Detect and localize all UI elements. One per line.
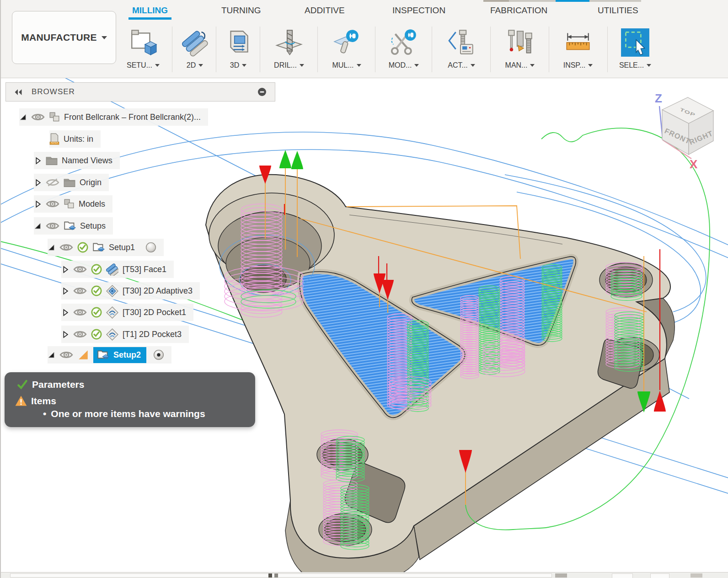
- group-inspect-button[interactable]: INSP...: [551, 23, 605, 70]
- units-document-icon: [49, 133, 59, 145]
- 2d-milling-icon: [177, 23, 213, 58]
- status-ok-icon: [77, 242, 88, 253]
- setup-folder-icon: [92, 242, 105, 253]
- collapse-panel-icon[interactable]: [13, 88, 23, 96]
- group-multi-axis-button[interactable]: MUL...: [321, 23, 372, 70]
- stock-sphere-icon[interactable]: [145, 242, 156, 253]
- tree-item-label: Setup2: [113, 350, 141, 360]
- visibility-eye-icon[interactable]: [31, 112, 45, 122]
- tree-item-label: Front Bellcrank – Front Bellcrank(2)...: [64, 112, 201, 122]
- window-tab-strip-seg: [483, 0, 509, 2]
- visibility-eye-icon[interactable]: [73, 308, 87, 317]
- z-axis-label: Z: [655, 91, 662, 105]
- collapsed-triangle-icon[interactable]: [34, 200, 42, 208]
- collapsed-triangle-icon[interactable]: [34, 157, 42, 165]
- chevron-down-icon: [357, 64, 361, 67]
- tree-item-label: Origin: [80, 178, 102, 187]
- collapsed-triangle-icon[interactable]: [61, 266, 69, 273]
- pocket-operation-icon: [106, 328, 118, 341]
- group-2d-label: 2D: [187, 61, 196, 70]
- group-actions-button[interactable]: ACT...: [435, 23, 487, 70]
- setup-icon: [118, 23, 169, 58]
- timeline-icon[interactable]: [650, 573, 669, 578]
- chevron-down-icon: [242, 64, 246, 67]
- tree-row-pocket3-operation[interactable]: [T1] 2D Pocket3: [61, 326, 189, 343]
- group-modify-button[interactable]: MOD...: [379, 23, 429, 70]
- timeline-marker: [268, 573, 272, 578]
- timeline-track[interactable]: [10, 573, 552, 578]
- collapse-all-icon[interactable]: [257, 87, 267, 96]
- chevron-down-icon: [530, 64, 535, 67]
- manage-icon: [494, 23, 546, 58]
- setup-folder-icon: [64, 220, 76, 232]
- tab-utilities[interactable]: UTILITIES: [598, 5, 638, 16]
- view-cube[interactable]: TOP FRONT RIGHT Z X: [641, 87, 723, 169]
- active-setup-radio-icon[interactable]: [153, 349, 164, 360]
- expanded-triangle-icon[interactable]: [19, 113, 27, 121]
- group-separator: [490, 27, 491, 72]
- selected-row-highlight[interactable]: Setup2: [93, 347, 146, 363]
- timeline-bar[interactable]: [1, 572, 728, 578]
- visibility-eye-icon[interactable]: [59, 243, 73, 252]
- tab-fabrication[interactable]: FABRICATION: [490, 5, 547, 16]
- tree-row-setup1[interactable]: Setup1: [48, 239, 164, 256]
- tree-row-setup2[interactable]: Setup2: [48, 346, 171, 364]
- group-inspect-label: INSP...: [563, 61, 586, 70]
- tree-item-label: Named Views: [62, 156, 112, 166]
- timeline-icon[interactable]: [555, 573, 567, 578]
- tree-row-origin[interactable]: Origin: [34, 174, 109, 191]
- tree-row-units[interactable]: Units: in: [49, 130, 101, 148]
- visibility-eye-icon[interactable]: [73, 330, 87, 339]
- tree-row-models[interactable]: Models: [34, 195, 112, 213]
- visibility-eye-icon[interactable]: [46, 221, 59, 230]
- window-tab-strip: [1, 0, 728, 2]
- visibility-off-eye-icon[interactable]: [46, 178, 59, 187]
- tab-additive[interactable]: ADDITIVE: [305, 5, 345, 16]
- collapsed-triangle-icon[interactable]: [34, 179, 42, 187]
- tree-row-adaptive3-operation[interactable]: [T30] 2D Adaptive3: [61, 282, 200, 300]
- group-select-label: SELE...: [619, 61, 644, 70]
- timeline-icon[interactable]: [612, 573, 633, 578]
- modify-icon: [379, 23, 429, 58]
- status-ok-icon: [91, 307, 102, 318]
- actions-icon: [435, 23, 487, 58]
- tree-row-named-views[interactable]: Named Views: [34, 152, 120, 169]
- group-select-button[interactable]: SELE...: [610, 23, 660, 70]
- collapsed-triangle-icon[interactable]: [61, 331, 69, 338]
- visibility-eye-icon[interactable]: [73, 265, 87, 274]
- expanded-triangle-icon[interactable]: [48, 244, 55, 252]
- group-separator: [375, 27, 375, 72]
- expanded-triangle-icon[interactable]: [34, 222, 42, 230]
- part-bellcrank[interactable]: [206, 175, 674, 573]
- group-manage-label: MAN...: [505, 61, 528, 70]
- tab-inspection[interactable]: INSPECTION: [392, 5, 445, 16]
- tab-turning[interactable]: TURNING: [221, 5, 261, 16]
- group-actions-label: ACT...: [448, 61, 468, 70]
- folder-icon: [64, 177, 75, 187]
- timeline-icon[interactable]: [691, 573, 702, 578]
- group-3d-button[interactable]: 3D: [219, 23, 257, 70]
- visibility-eye-icon[interactable]: [46, 199, 59, 209]
- group-setup-button[interactable]: SETU...: [118, 23, 169, 70]
- tree-row-face1-operation[interactable]: [T53] Face1: [61, 261, 174, 278]
- chevron-down-icon: [647, 64, 651, 67]
- tree-row-setups[interactable]: Setups: [34, 217, 113, 235]
- tree-row-pocket1-operation[interactable]: [T30] 2D Pocket1: [61, 304, 193, 321]
- tree-item-label: [T1] 2D Pocket3: [123, 330, 182, 339]
- multi-axis-icon: [321, 23, 372, 58]
- visibility-eye-icon[interactable]: [73, 286, 87, 295]
- visibility-eye-icon[interactable]: [59, 350, 73, 359]
- window-tab-strip-seg: [509, 0, 556, 2]
- workspace-selector-button[interactable]: MANUFACTURE: [12, 11, 116, 64]
- chevron-down-icon: [471, 64, 475, 67]
- collapsed-triangle-icon[interactable]: [61, 287, 69, 295]
- group-2d-button[interactable]: 2D: [177, 23, 213, 70]
- expanded-triangle-icon[interactable]: [48, 351, 55, 359]
- tree-item-label: Units: in: [64, 134, 93, 144]
- status-ok-icon: [91, 329, 102, 340]
- tree-row-root-component[interactable]: Front Bellcrank – Front Bellcrank(2)...: [19, 108, 208, 126]
- group-manage-button[interactable]: MAN...: [494, 23, 546, 70]
- tab-milling[interactable]: MILLING: [132, 5, 168, 16]
- group-drilling-button[interactable]: DRIL...: [263, 23, 315, 70]
- collapsed-triangle-icon[interactable]: [61, 309, 69, 316]
